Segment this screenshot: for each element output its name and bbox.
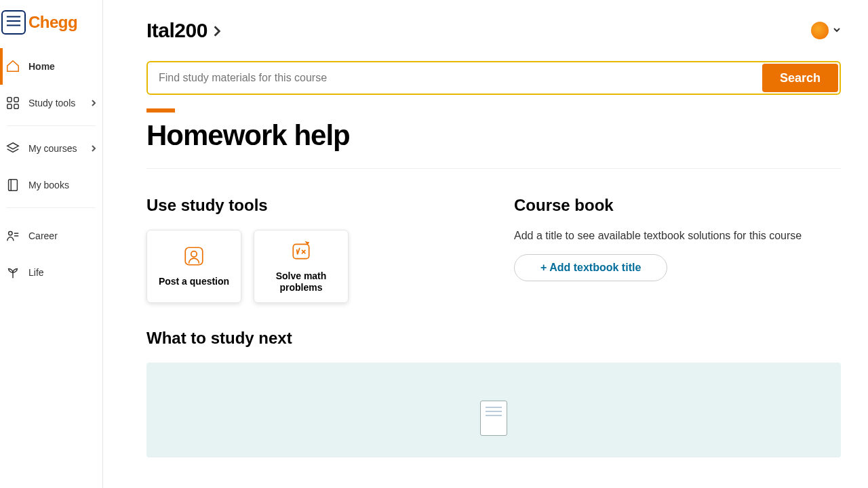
chevron-right-icon (90, 143, 97, 154)
search-input[interactable] (149, 64, 762, 92)
tool-card-label: Post a question (159, 276, 229, 288)
tool-card-solve-math[interactable]: Solve math problems (254, 230, 349, 303)
course-book-heading: Course book (514, 196, 841, 215)
sidebar-item-label: My courses (28, 143, 90, 154)
sidebar-item-career[interactable]: Career (0, 218, 102, 254)
avatar (811, 22, 829, 39)
sidebar-item-life[interactable]: Life (0, 254, 102, 291)
sidebar-item-my-courses[interactable]: My courses (0, 130, 102, 167)
sidebar-item-label: Life (28, 267, 97, 278)
course-name: Ital200 (146, 19, 208, 42)
grid-icon (5, 96, 20, 110)
home-icon (5, 59, 20, 74)
sidebar-item-label: Home (28, 61, 97, 72)
accent-bar (146, 108, 175, 113)
study-next-heading: What to study next (146, 329, 841, 348)
study-next-panel (146, 363, 841, 458)
svg-rect-11 (293, 244, 309, 258)
hamburger-icon (6, 15, 21, 30)
nav: Home Study tools My courses (0, 48, 102, 291)
sidebar: Chegg Home Study tools My courses (0, 0, 103, 488)
sidebar-item-study-tools[interactable]: Study tools (0, 85, 102, 121)
search-button[interactable]: Search (762, 64, 838, 92)
add-textbook-button[interactable]: + Add textbook title (514, 254, 667, 281)
svg-rect-9 (185, 248, 203, 266)
tool-cards: Post a question Solve math problems (146, 230, 473, 303)
searchbar: Search (146, 61, 841, 95)
svg-rect-7 (9, 180, 18, 191)
layers-icon (5, 141, 20, 156)
book-icon (5, 178, 20, 192)
sidebar-item-label: Career (28, 230, 97, 241)
course-book-column: Course book Add a title to see available… (514, 196, 841, 303)
svg-rect-4 (14, 98, 18, 102)
page-title: Homework help (146, 119, 841, 152)
career-icon (5, 228, 20, 243)
svg-point-10 (191, 251, 197, 258)
sidebar-item-my-books[interactable]: My books (0, 167, 102, 203)
plant-icon (5, 265, 20, 280)
study-tools-column: Use study tools Post a question Solve ma… (146, 196, 473, 303)
sidebar-item-label: My books (28, 180, 97, 190)
svg-rect-6 (14, 104, 18, 108)
divider (146, 168, 841, 169)
chevron-right-icon (90, 98, 97, 108)
question-user-icon (182, 245, 205, 270)
sidebar-item-home[interactable]: Home (0, 48, 102, 85)
chevron-down-icon (833, 24, 841, 37)
svg-point-8 (9, 232, 12, 236)
menu-toggle-button[interactable] (1, 10, 26, 35)
nav-divider (7, 125, 96, 126)
document-icon (480, 401, 507, 436)
sidebar-top: Chegg (0, 7, 102, 48)
tool-card-post-question[interactable]: Post a question (146, 230, 241, 303)
study-tools-heading: Use study tools (146, 196, 473, 215)
tool-card-label: Solve math problems (261, 270, 341, 294)
svg-rect-5 (7, 104, 12, 108)
main: Ital200 Search Homework help Use study t… (103, 0, 868, 488)
columns: Use study tools Post a question Solve ma… (146, 196, 841, 303)
breadcrumb[interactable]: Ital200 (146, 19, 221, 42)
course-book-description: Add a title to see available textbook so… (514, 230, 841, 242)
profile-menu[interactable] (811, 22, 841, 39)
sidebar-item-label: Study tools (28, 98, 90, 108)
chevron-right-icon (208, 19, 221, 42)
svg-rect-3 (7, 98, 12, 102)
brand-logo[interactable]: Chegg (28, 13, 77, 32)
math-icon (290, 239, 313, 265)
topbar: Ital200 (146, 19, 841, 42)
nav-divider (7, 207, 96, 208)
